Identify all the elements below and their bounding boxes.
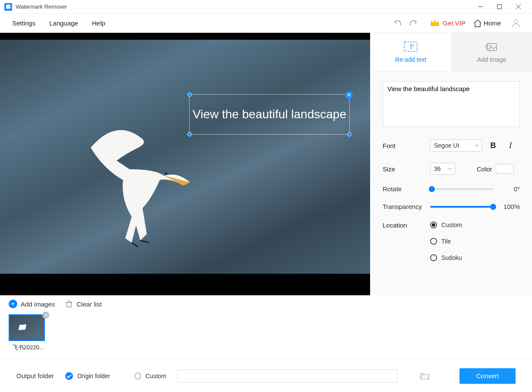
thumbnail-name: 飞书20220... (9, 344, 48, 351)
account-button[interactable] (508, 15, 524, 32)
app-title: Watermark Remover (16, 3, 471, 10)
location-tile-label: Tile (441, 238, 451, 245)
chevron-down-icon (475, 144, 479, 147)
location-custom-radio[interactable] (430, 221, 437, 228)
close-window-button[interactable] (509, 0, 528, 14)
tab-text-label: Re-add text (395, 56, 426, 63)
svg-rect-1 (497, 5, 501, 9)
clear-list-label: Clear list (76, 300, 101, 308)
font-select[interactable]: Segoe UI (430, 139, 482, 152)
size-label: Size (383, 165, 430, 173)
svg-point-10 (489, 45, 491, 47)
rotate-label: Rotate (383, 185, 430, 193)
resize-handle-br[interactable] (347, 132, 352, 136)
watermark-text-input[interactable] (383, 81, 520, 127)
origin-folder-label: Origin folder (77, 373, 110, 379)
rotate-thumb[interactable] (429, 186, 435, 192)
text-overlay-box[interactable]: View the beautiful landscape ✕ (189, 94, 350, 135)
svg-point-5 (165, 172, 168, 175)
thumbnail-remove-button[interactable]: ✕ (42, 312, 49, 319)
resize-handle-bl[interactable] (187, 132, 192, 136)
thumbnails-bar: + Add images Clear list ✕ 飞书20220... (0, 295, 532, 359)
output-folder-label: Output folder (16, 372, 54, 379)
add-images-button[interactable]: + Add images (9, 300, 55, 308)
bird-illustration (65, 113, 203, 251)
origin-folder-radio[interactable] (65, 372, 73, 380)
transparency-thumb[interactable] (490, 204, 496, 210)
custom-folder-label: Custom (146, 373, 166, 379)
svg-rect-11 (67, 302, 71, 307)
text-tool-icon: T+ (404, 41, 418, 52)
image-tool-icon (485, 41, 499, 52)
bold-button[interactable]: B (487, 139, 499, 152)
resize-handle-tl[interactable] (187, 92, 192, 97)
location-custom-label: Custom (441, 221, 462, 228)
undo-icon (392, 19, 402, 28)
home-label: Home (484, 19, 501, 27)
app-icon (4, 3, 12, 11)
menu-help[interactable]: Help (88, 17, 110, 29)
undo-button[interactable] (389, 15, 405, 32)
color-picker[interactable] (496, 164, 514, 174)
thumbnail-item[interactable]: ✕ 飞书20220... (9, 314, 48, 351)
panel-body: Font Segoe UI B I Size 36 Color Rotate (370, 72, 532, 271)
rotate-slider[interactable] (430, 188, 493, 190)
transparency-slider[interactable] (430, 206, 493, 208)
convert-button[interactable]: Convert (459, 368, 516, 384)
menu-settings[interactable]: Settings (8, 17, 40, 29)
minimize-button[interactable] (471, 0, 490, 14)
transparency-label: Transparency (383, 203, 430, 210)
svg-point-4 (514, 20, 518, 23)
rotate-value: 0° (500, 185, 520, 193)
clear-list-button[interactable]: Clear list (65, 300, 101, 308)
svg-text:+: + (412, 44, 415, 48)
content: View the beautiful landscape ✕ T+ Re-add… (0, 33, 532, 295)
location-label: Location (383, 221, 430, 229)
crown-icon (430, 19, 440, 28)
overlay-text: View the beautiful landscape (193, 107, 346, 121)
side-panel: T+ Re-add text Add image Font Segoe UI B… (370, 33, 532, 295)
side-tabs: T+ Re-add text Add image (370, 33, 532, 72)
add-images-label: Add images (21, 300, 55, 308)
canvas[interactable]: View the beautiful landscape ✕ (0, 33, 370, 295)
font-label: Font (383, 142, 430, 149)
transparency-value: 100% (500, 203, 520, 210)
user-icon (511, 19, 521, 28)
home-icon (473, 19, 482, 27)
tab-image-label: Add image (477, 56, 506, 63)
redo-button[interactable] (405, 15, 422, 32)
chevron-down-icon (448, 168, 452, 170)
redo-icon (408, 19, 419, 28)
trash-icon (65, 300, 73, 308)
font-value: Segoe UI (434, 142, 459, 149)
footer: Output folder Origin folder Custom Conve… (0, 359, 532, 392)
browse-folder-button[interactable] (420, 372, 430, 380)
menubar: Settings Language Help Get VIP Home (0, 14, 532, 33)
size-value: 36 (434, 165, 441, 172)
photo-preview (0, 40, 370, 274)
size-select[interactable]: 36 (430, 163, 455, 175)
maximize-button[interactable] (490, 0, 509, 14)
thumbnail-image (9, 314, 45, 341)
home-button[interactable]: Home (473, 19, 501, 27)
get-vip-button[interactable]: Get VIP (430, 19, 466, 28)
titlebar: Watermark Remover (0, 0, 532, 14)
tab-add-image[interactable]: Add image (452, 33, 532, 71)
remove-overlay-button[interactable]: ✕ (345, 91, 353, 99)
output-path-input[interactable] (177, 370, 398, 383)
vip-label: Get VIP (443, 19, 466, 27)
location-sudoku-radio[interactable] (430, 254, 437, 261)
menu-language[interactable]: Language (45, 17, 82, 29)
tab-readd-text[interactable]: T+ Re-add text (370, 33, 452, 71)
color-label: Color (477, 165, 492, 173)
plus-icon: + (9, 300, 17, 308)
custom-folder-radio[interactable] (134, 373, 141, 379)
location-tile-radio[interactable] (430, 238, 437, 245)
location-sudoku-label: Sudoku (441, 254, 462, 261)
italic-button[interactable]: I (504, 139, 516, 152)
